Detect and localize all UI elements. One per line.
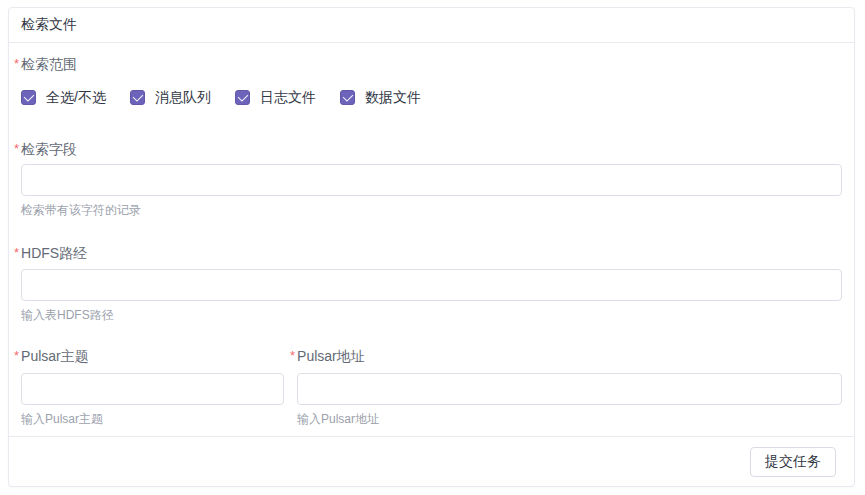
form-group-search-field: *检索字段 检索带有该字符的记录 (21, 141, 842, 216)
search-field-input[interactable] (21, 164, 842, 196)
form-group-scope: *检索范围 全选/不选 消息队列 日志文件 数据文件 (21, 56, 842, 105)
card-title: 检索文件 (21, 16, 77, 34)
checkbox-checked-icon[interactable] (130, 90, 145, 105)
pulsar-topic-input[interactable] (21, 373, 284, 405)
required-marker: * (14, 348, 19, 364)
checkbox-label: 全选/不选 (46, 89, 106, 105)
pulsar-address-label: *Pulsar地址 (297, 348, 842, 364)
scope-checkbox-row: 全选/不选 消息队列 日志文件 数据文件 (21, 89, 842, 105)
form-row-pulsar: *Pulsar主题 输入Pulsar主题 *Pulsar地址 输入Pulsar地… (21, 348, 842, 425)
hdfs-path-label: *HDFS路经 (21, 245, 842, 261)
form-group-pulsar-address: *Pulsar地址 输入Pulsar地址 (297, 348, 842, 425)
form-group-pulsar-topic: *Pulsar主题 输入Pulsar主题 (21, 348, 284, 425)
card-body: *检索范围 全选/不选 消息队列 日志文件 数据文件 (9, 43, 854, 436)
search-field-label: *检索字段 (21, 141, 842, 157)
pulsar-topic-label: *Pulsar主题 (21, 348, 284, 364)
pulsar-address-input[interactable] (297, 373, 842, 405)
checkbox-checked-icon[interactable] (235, 90, 250, 105)
checkbox-checked-icon[interactable] (340, 90, 355, 105)
card-footer: 提交任务 (9, 436, 854, 486)
required-marker: * (14, 56, 19, 72)
card-header: 检索文件 (9, 8, 854, 43)
checkbox-message-queue[interactable]: 消息队列 (130, 89, 211, 105)
checkbox-label: 消息队列 (155, 89, 211, 105)
checkbox-checked-icon[interactable] (21, 90, 36, 105)
required-marker: * (14, 245, 19, 261)
checkbox-log-files[interactable]: 日志文件 (235, 89, 316, 105)
required-marker: * (14, 141, 19, 157)
form-group-hdfs-path: *HDFS路经 输入表HDFS路径 (21, 245, 842, 321)
pulsar-topic-helper: 输入Pulsar主题 (21, 413, 284, 425)
hdfs-path-input[interactable] (21, 269, 842, 301)
search-field-helper: 检索带有该字符的记录 (21, 204, 842, 216)
hdfs-path-helper: 输入表HDFS路径 (21, 309, 842, 321)
checkbox-select-all[interactable]: 全选/不选 (21, 89, 106, 105)
checkbox-data-files[interactable]: 数据文件 (340, 89, 421, 105)
pulsar-address-helper: 输入Pulsar地址 (297, 413, 842, 425)
checkbox-label: 数据文件 (365, 89, 421, 105)
required-marker: * (290, 348, 295, 364)
search-files-card: 检索文件 *检索范围 全选/不选 消息队列 日志文件 (8, 7, 855, 487)
checkbox-label: 日志文件 (260, 89, 316, 105)
submit-task-button[interactable]: 提交任务 (750, 447, 836, 477)
scope-label: *检索范围 (21, 56, 842, 72)
